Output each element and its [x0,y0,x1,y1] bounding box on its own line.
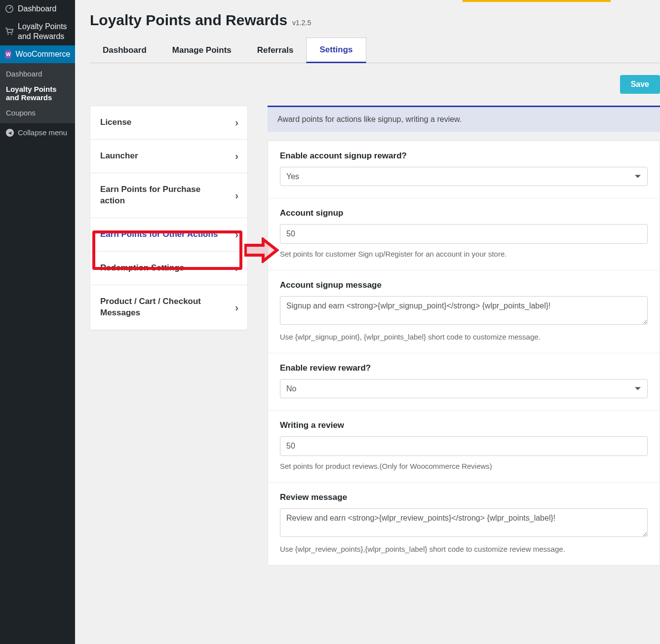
account-signup-help: Set points for customer Sign up/Register… [280,250,648,258]
panel-item-earn-other[interactable]: Earn Points for Other Actions › [90,218,247,252]
sidebar-item-loyalty[interactable]: Loyalty Points and Rewards [0,18,75,45]
version-label: v1.2.5 [292,19,311,27]
review-message-help: Use {wlpr_review_points},{wlpr_points_la… [280,545,648,553]
settings-form-panel: Award points for actions like signup, wr… [268,106,660,566]
enable-review-select[interactable]: No [280,379,648,398]
field-signup-message: Account signup message Signup and earn <… [268,270,660,353]
enable-signup-select[interactable]: Yes [280,167,648,186]
panel-item-messages[interactable]: Product / Cart / Checkout Messages › [90,285,247,330]
woo-icon: W [5,50,11,59]
chevron-right-icon: › [235,228,238,241]
svg-point-2 [11,34,12,35]
panel-item-label: License [100,117,131,127]
panel-item-label: Earn Points for Purchase action [100,185,200,205]
annotation-arrow-icon [244,237,279,265]
tab-settings[interactable]: Settings [306,38,366,63]
writing-review-label: Writing a review [280,420,648,430]
sidebar-item-woocommerce[interactable]: W WooCommerce [0,45,75,63]
chevron-right-icon: › [235,189,238,202]
account-signup-label: Account signup [280,208,648,218]
main-content: Loyalty Points and Rewards v1.2.5 Dashbo… [75,0,660,585]
tab-manage-points[interactable]: Manage Points [159,38,244,63]
collapse-label: Collapse menu [18,128,67,137]
sidebar-item-dashboard[interactable]: Dashboard [0,0,75,18]
save-row: Save [75,63,660,106]
signup-message-help: Use {wlpr_signup_point}, {wlpr_points_la… [280,333,648,341]
save-button[interactable]: Save [620,75,660,94]
field-review-message: Review message Review and earn <strong>{… [268,483,660,565]
panel-item-launcher[interactable]: Launcher › [90,140,247,173]
submenu-item-dashboard[interactable]: Dashboard [0,66,75,81]
tab-dashboard[interactable]: Dashboard [90,38,159,63]
sidebar-item-label: Loyalty Points and Rewards [18,22,70,41]
review-message-label: Review message [280,492,648,502]
chevron-right-icon: › [235,301,238,314]
signup-message-textarea[interactable]: Signup and earn <strong>{wlpr_signup_poi… [280,296,648,325]
submenu-item-coupons[interactable]: Coupons [0,105,75,120]
admin-sidebar: Dashboard Loyalty Points and Rewards W W… [0,0,75,585]
chevron-right-icon: › [235,116,238,129]
form-card: Enable account signup reward? Yes Accoun… [268,141,660,566]
writing-review-input[interactable] [280,436,648,456]
account-signup-input[interactable] [280,224,648,244]
enable-review-label: Enable review reward? [280,363,648,373]
sidebar-submenu: Dashboard Loyalty Points and Rewards Cou… [0,63,75,123]
sidebar-item-label: Dashboard [18,4,70,14]
page-title: Loyalty Points and Rewards [90,12,287,29]
dashboard-icon [5,4,14,13]
chevron-right-icon: › [235,262,238,275]
field-account-signup: Account signup Set points for customer S… [268,198,660,270]
page-title-wrap: Loyalty Points and Rewards v1.2.5 [75,2,660,38]
review-message-textarea[interactable]: Review and earn <strong>{wlpr_review_poi… [280,508,648,537]
tab-referrals[interactable]: Referrals [244,38,307,63]
panel-item-redemption[interactable]: Redemption Settings › [90,252,247,285]
panel-item-label: Redemption Settings [100,263,184,272]
submenu-item-loyalty[interactable]: Loyalty Points and Rewards [0,81,75,105]
panel-item-license[interactable]: License › [90,106,247,140]
collapse-menu-button[interactable]: ◄ Collapse menu [0,123,75,142]
field-enable-review: Enable review reward? No [268,353,660,411]
settings-side-panel: License › Launcher › Earn Points for Pur… [90,106,248,331]
field-enable-signup: Enable account signup reward? Yes [268,141,660,198]
enable-signup-label: Enable account signup reward? [280,151,648,161]
chevron-right-icon: › [235,150,238,163]
cart-icon [5,27,14,36]
signup-message-label: Account signup message [280,280,648,290]
info-bar: Award points for actions like signup, wr… [268,106,660,132]
collapse-icon: ◄ [6,129,14,137]
field-writing-review: Writing a review Set points for product … [268,411,660,483]
panel-item-label: Product / Cart / Checkout Messages [100,297,201,317]
main-tabs: Dashboard Manage Points Referrals Settin… [90,38,660,63]
panel-item-label: Earn Points for Other Actions [100,229,218,239]
svg-point-1 [7,34,9,35]
writing-review-help: Set points for product reviews.(Only for… [280,462,648,470]
panel-item-earn-purchase[interactable]: Earn Points for Purchase action › [90,173,247,218]
sidebar-item-label: WooCommerce [15,49,70,59]
panel-item-label: Launcher [100,151,138,160]
